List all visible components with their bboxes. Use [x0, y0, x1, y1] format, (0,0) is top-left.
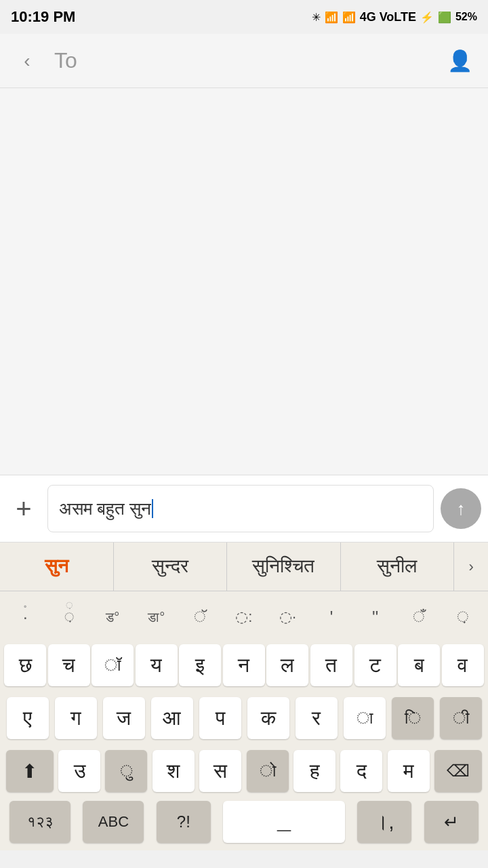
key-i[interactable]: इ	[179, 644, 221, 686]
key-diacritic-5[interactable]: ◌·	[270, 599, 305, 635]
key-o-matra[interactable]: ◌ो	[247, 750, 289, 792]
suggestions-bar: सुन सुन्दर सुनिश्चित सुनील ›	[0, 542, 488, 591]
key-diacritic-2[interactable]: ◌़ ◌़	[52, 599, 87, 635]
header-bar: ‹ To 👤	[0, 34, 488, 88]
suggestion-2[interactable]: सुनिश्चित	[227, 542, 341, 591]
suggestion-3[interactable]: सुनील	[341, 542, 455, 591]
status-bar: 10:19 PM ✳ 📶 📶 4G VoLTE ⚡ 🟩 52%	[0, 0, 488, 34]
key-ta[interactable]: त	[310, 644, 352, 686]
shift-button[interactable]: ⬆	[6, 750, 54, 792]
key-o-vowel[interactable]: ◌ॉ	[92, 644, 134, 686]
keyboard: ॰ · ◌़ ◌़ ड° डा° ◌ॅ ◌: ◌· ' " ◌ँ	[0, 591, 488, 850]
bottom-row: १२३ ABC ?! ＿ ।, ↵	[0, 797, 488, 850]
send-icon: ↑	[457, 498, 466, 519]
key-chha[interactable]: छ	[4, 644, 46, 686]
key-da[interactable]: द	[340, 750, 382, 792]
key-diacritic-3[interactable]: ◌ॅ	[182, 599, 218, 635]
key-diacritic-4[interactable]: ◌:	[226, 599, 262, 635]
signal-icon: 📶	[342, 11, 356, 24]
key-diacritic-1[interactable]: ॰ ·	[7, 599, 43, 635]
key-ii-matra[interactable]: ◌ी	[440, 697, 482, 739]
network-type: 4G VoLTE	[360, 10, 416, 24]
key-ka[interactable]: क	[247, 697, 289, 739]
abc-key[interactable]: ABC	[83, 801, 144, 843]
key-ja[interactable]: ज	[103, 697, 145, 739]
input-text: असम बहुत सुन	[59, 498, 151, 519]
key-ta-hard[interactable]: ट	[354, 644, 396, 686]
special-row: ॰ · ◌़ ◌़ ड° डा° ◌ॅ ◌: ◌· ' " ◌ँ	[0, 591, 488, 639]
main-content	[0, 88, 488, 475]
backspace-button[interactable]: ⌫	[434, 750, 482, 792]
key-da-abbr-1[interactable]: ड°	[95, 599, 130, 635]
suggestion-1[interactable]: सुन्दर	[114, 542, 228, 591]
key-row-2: ए ग ज आ प क र ◌ा ◌ि ◌ी	[0, 692, 488, 745]
punctuation-key[interactable]: ।,	[357, 801, 411, 843]
shift-icon: ⬆	[22, 760, 37, 783]
symbol-key[interactable]: १२३	[9, 801, 70, 843]
space-key[interactable]: ＿	[223, 801, 345, 843]
key-pa[interactable]: प	[199, 697, 241, 739]
contact-button[interactable]: 👤	[445, 46, 474, 76]
key-chandrabindu[interactable]: ◌ँ	[401, 599, 436, 635]
key-sa[interactable]: स	[199, 750, 241, 792]
backspace-icon: ⌫	[447, 762, 470, 781]
input-area: + असम बहुत सुन ↑	[0, 475, 488, 542]
key-ba[interactable]: ब	[398, 644, 440, 686]
enter-icon: ↵	[444, 812, 459, 833]
key-aa-matra[interactable]: ◌ा	[344, 697, 386, 739]
suggestion-0[interactable]: सुन	[0, 542, 114, 591]
key-aa[interactable]: आ	[151, 697, 193, 739]
key-ma[interactable]: म	[388, 750, 430, 792]
battery-icon: 🟩	[438, 11, 451, 24]
key-u[interactable]: उ	[58, 750, 100, 792]
key-la[interactable]: ल	[266, 644, 308, 686]
text-input-box[interactable]: असम बहुत सुन	[47, 485, 434, 532]
send-button[interactable]: ↑	[441, 488, 481, 529]
battery-percent: 52%	[455, 11, 477, 23]
bluetooth-icon: ✳	[312, 11, 321, 24]
key-va[interactable]: व	[442, 644, 484, 686]
key-apostrophe[interactable]: '	[314, 599, 349, 635]
key-row-1: छ च ◌ॉ य इ न ल त ट ब व	[0, 639, 488, 692]
key-ra[interactable]: र	[296, 697, 338, 739]
key-na[interactable]: न	[223, 644, 265, 686]
key-i-matra[interactable]: ◌ि	[392, 697, 434, 739]
wifi-icon: 📶	[325, 11, 338, 24]
key-ha[interactable]: ह	[293, 750, 336, 792]
contact-icon: 👤	[447, 49, 472, 73]
status-time: 10:19 PM	[11, 8, 75, 26]
back-button[interactable]: ‹	[14, 47, 41, 75]
text-cursor	[152, 499, 153, 518]
special-chars-key[interactable]: ?!	[157, 801, 211, 843]
key-ga[interactable]: ग	[55, 697, 97, 739]
key-sha[interactable]: श	[152, 750, 195, 792]
back-icon: ‹	[24, 50, 30, 72]
key-quote[interactable]: "	[358, 599, 393, 635]
key-e[interactable]: ए	[7, 697, 49, 739]
key-row-3: ⬆ उ ◌ु श स ◌ो ह द म ⌫	[0, 745, 488, 797]
add-button[interactable]: +	[7, 492, 41, 526]
to-label[interactable]: To	[54, 48, 445, 73]
key-da-abbr-2[interactable]: डा°	[139, 599, 174, 635]
add-icon: +	[16, 494, 31, 524]
key-cha[interactable]: च	[48, 644, 90, 686]
key-ya[interactable]: य	[136, 644, 178, 686]
charging-icon: ⚡	[420, 11, 434, 24]
enter-key[interactable]: ↵	[424, 801, 479, 843]
suggestion-more[interactable]: ›	[454, 542, 488, 591]
key-u-matra[interactable]: ◌ु	[105, 750, 147, 792]
status-icons: ✳ 📶 📶 4G VoLTE ⚡ 🟩 52%	[312, 10, 477, 24]
key-diacritic-6[interactable]: ◌़	[445, 599, 481, 635]
